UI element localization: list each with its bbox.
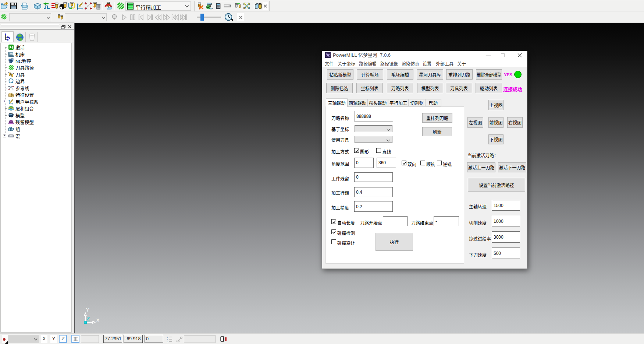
svg-text:Z: Z xyxy=(87,316,90,322)
svg-text:Y: Y xyxy=(86,307,89,313)
svg-text:X: X xyxy=(96,317,100,323)
